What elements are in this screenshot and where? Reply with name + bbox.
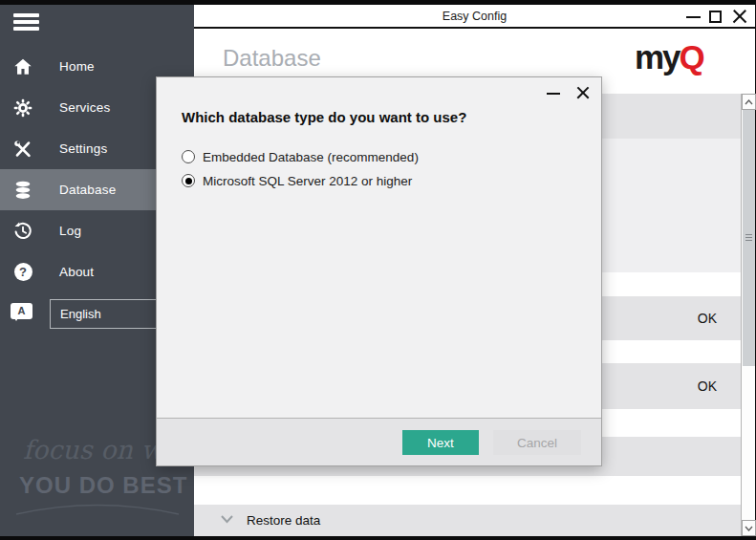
sidebar-item-label: Home: [59, 46, 95, 87]
history-icon: [10, 210, 36, 251]
status-value: OK: [698, 363, 717, 409]
radio-label: Embedded Database (recommended): [203, 150, 419, 164]
tagline-swoosh: [13, 500, 182, 519]
maximize-button[interactable]: [704, 5, 727, 28]
database-type-dialog: Which database type do you want to use? …: [156, 76, 602, 466]
tagline-bold: YOU DO BEST: [19, 472, 187, 499]
language-icon: A: [11, 303, 32, 319]
dialog-close-button[interactable]: [572, 83, 594, 102]
window-title: Easy Config: [194, 5, 755, 28]
gear-icon: [10, 87, 36, 128]
close-button[interactable]: [728, 5, 751, 28]
sidebar-item-label: About: [59, 251, 94, 292]
minimize-icon: [686, 16, 701, 18]
radio-button-icon[interactable]: [182, 150, 195, 163]
restore-data-label: Restore data: [247, 505, 320, 536]
scrollbar-thumb[interactable]: [743, 110, 755, 366]
minimize-icon: [547, 93, 560, 95]
hamburger-menu-icon[interactable]: [13, 13, 39, 32]
page-title: Database: [223, 45, 321, 72]
dialog-footer: Next Cancel: [157, 418, 601, 465]
vertical-scrollbar[interactable]: [741, 94, 755, 536]
sidebar-item-label: Services: [59, 87, 110, 128]
chevron-down-icon: [745, 526, 753, 531]
cancel-button[interactable]: Cancel: [493, 430, 581, 455]
status-value: OK: [698, 296, 717, 340]
language-value: English: [60, 307, 101, 321]
scrollbar-grip-icon: [745, 234, 752, 243]
dialog-question: Which database type do you want to use?: [182, 109, 466, 125]
minimize-button[interactable]: [682, 5, 705, 28]
dialog-minimize-button[interactable]: [544, 83, 565, 102]
app-window: Home: [0, 0, 756, 540]
chevron-up-icon: [745, 99, 753, 105]
next-button[interactable]: Next: [402, 430, 479, 455]
database-icon: [10, 169, 36, 210]
sidebar-item-label: Database: [59, 169, 116, 210]
radio-embedded-database[interactable]: Embedded Database (recommended): [182, 148, 419, 165]
sidebar-item-label: Settings: [59, 128, 107, 169]
radio-label: Microsoft SQL Server 2012 or higher: [203, 174, 412, 188]
myq-logo: myQ: [635, 41, 703, 74]
scroll-up-button[interactable]: [742, 94, 756, 110]
spacer-band: [194, 476, 741, 505]
chevron-down-icon: [220, 514, 234, 524]
sidebar-item-label: Log: [59, 210, 81, 251]
radio-button-icon[interactable]: [182, 174, 195, 187]
scroll-down-button[interactable]: [742, 520, 756, 536]
restore-data-header[interactable]: Restore data: [194, 505, 741, 536]
window-titlebar: Easy Config: [194, 5, 755, 29]
maximize-icon: [709, 11, 722, 23]
tools-icon: [10, 128, 36, 169]
home-icon: [10, 46, 36, 87]
radio-sql-server[interactable]: Microsoft SQL Server 2012 or higher: [182, 172, 412, 189]
question-icon: ?: [10, 251, 36, 292]
